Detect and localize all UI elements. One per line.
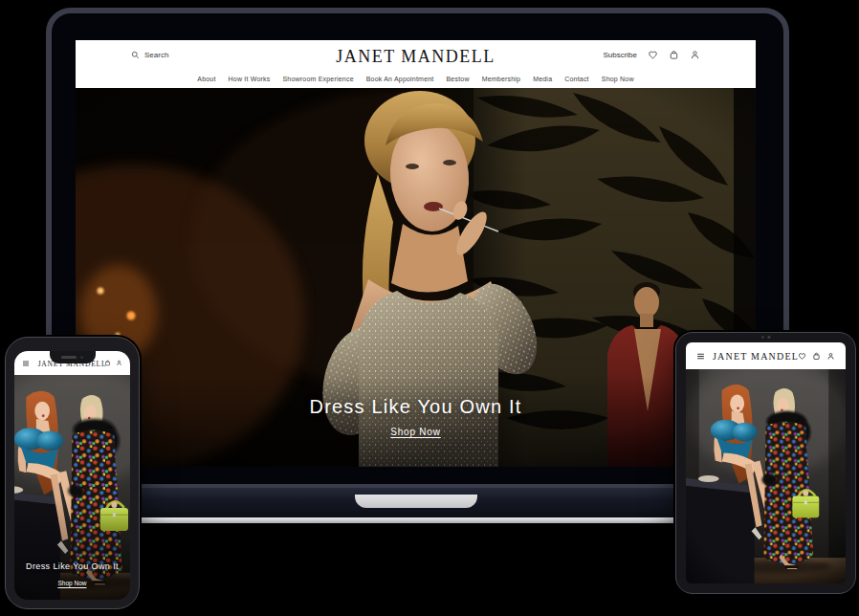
search-label: Search [144,51,168,59]
hero-shop-now-link[interactable]: Shop Now [76,427,756,437]
laptop-lid-notch [355,495,477,508]
nav-item-contact[interactable]: Contact [564,76,589,82]
phone-speaker-slot [61,356,77,359]
desktop-header: Search JANET MANDELL Subscribe [76,40,756,88]
tablet-site-logo[interactable]: JANET MANDELL [713,351,798,362]
phone-hero-title: Dress Like You Own It [14,561,130,571]
tablet-site-header: JANET MANDELL [686,342,846,369]
tablet-mockup: JANET MANDELL [675,332,856,594]
hero-title: Dress Like You Own It [76,396,756,418]
account-person-icon[interactable] [690,50,700,60]
tablet-header-icons [798,352,835,361]
tablet-hero-photo [686,369,846,583]
phone-mockup: JANET MANDELL Dress Like You [5,337,140,609]
nav-item-media[interactable]: Media [533,76,552,82]
phone-camera-dot [80,356,83,359]
duo-models-illustration [686,369,846,583]
search-icon [131,51,140,59]
nav-item-book-an-appointment[interactable]: Book An Appointment [366,76,434,82]
account-person-icon[interactable] [826,352,835,361]
hero-banner: Dress Like You Own It Shop Now [76,88,756,467]
account-person-icon[interactable] [116,360,122,366]
search-button[interactable]: Search [131,51,168,59]
subscribe-link[interactable]: Subscribe [603,51,637,59]
phone-notch [50,351,96,363]
wishlist-heart-icon[interactable] [798,352,806,361]
tablet-camera-dots [761,336,770,339]
phone-shop-now-link[interactable]: Shop Now [14,580,130,586]
menu-hamburger-icon[interactable] [696,352,705,361]
tablet-screen: JANET MANDELL [686,342,846,583]
header-top-row: Search JANET MANDELL Subscribe [76,40,756,70]
site-logo[interactable]: JANET MANDELL [336,46,496,66]
nav-item-bestow[interactable]: Bestow [446,76,469,82]
menu-hamburger-icon[interactable] [22,360,30,367]
phone-screen: JANET MANDELL Dress Like You [14,351,130,600]
main-nav: About How It Works Showroom Experience B… [76,70,756,88]
nav-item-showroom-experience[interactable]: Showroom Experience [283,76,354,82]
header-actions: Subscribe [603,50,700,60]
mockup-canvas: Search JANET MANDELL Subscribe [0,0,859,616]
phone-hero-photo: Dress Like You Own It Shop Now [14,375,130,600]
desktop-website: Search JANET MANDELL Subscribe [76,40,756,467]
shopping-bag-icon[interactable] [812,352,821,361]
nav-item-shop-now[interactable]: Shop Now [602,76,634,82]
wishlist-heart-icon[interactable] [648,50,658,60]
shopping-bag-icon[interactable] [104,360,111,366]
nav-item-membership[interactable]: Membership [482,76,521,82]
shopping-bag-icon[interactable] [669,50,679,60]
nav-item-about[interactable]: About [197,76,215,82]
phone-header-icons [104,360,122,366]
nav-item-how-it-works[interactable]: How It Works [229,76,271,82]
